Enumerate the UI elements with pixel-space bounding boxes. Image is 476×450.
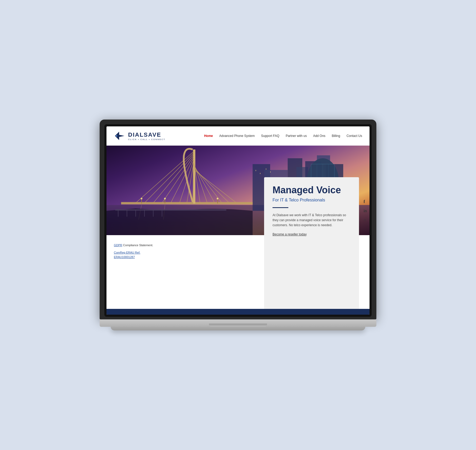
svg-rect-44 (270, 171, 271, 172)
instagram-icon[interactable]: ○ (364, 218, 367, 222)
nav-partner[interactable]: Partner with us (286, 134, 307, 138)
footer-bar (106, 309, 370, 315)
nav-support-faq[interactable]: Support FAQ (261, 134, 279, 138)
nav-links: Home Advanced Phone System Support FAQ P… (204, 134, 362, 138)
svg-point-38 (217, 198, 218, 200)
gdpr-link[interactable]: GDPR (114, 244, 122, 247)
hero-title: Managed Voice (273, 185, 351, 196)
svg-rect-43 (266, 169, 266, 170)
svg-point-1 (116, 135, 117, 137)
nav-contact[interactable]: Contact Us (347, 134, 362, 138)
navigation: DIALSAVE CLICK • CALL • CONNECT Home Adv… (106, 126, 370, 146)
website-layout: Managed Voice For IT & Telco Professiona… (106, 146, 370, 309)
laptop-lid: DIALSAVE CLICK • CALL • CONNECT Home Adv… (100, 120, 376, 319)
nav-addons[interactable]: Add Ons (313, 134, 326, 138)
screen-bezel: DIALSAVE CLICK • CALL • CONNECT Home Adv… (104, 124, 372, 317)
laptop: DIALSAVE CLICK • CALL • CONNECT Home Adv… (100, 120, 376, 330)
reseller-link[interactable]: Become a reseller today (273, 233, 307, 236)
svg-rect-42 (260, 173, 260, 174)
nav-advanced-phone[interactable]: Advanced Phone System (219, 134, 255, 138)
social-sidebar: f in ○ (364, 199, 367, 222)
logo-area: DIALSAVE CLICK • CALL • CONNECT (114, 130, 165, 142)
hero-subtitle: For IT & Telco Professionals (273, 198, 351, 202)
logo-icon (114, 130, 125, 142)
facebook-icon[interactable]: f (364, 199, 367, 204)
svg-rect-41 (256, 170, 256, 171)
hero-divider (273, 207, 288, 208)
laptop-screen: DIALSAVE CLICK • CALL • CONNECT Home Adv… (106, 126, 370, 315)
svg-rect-45 (115, 209, 226, 210)
hero-card: Managed Voice For IT & Telco Professiona… (264, 177, 359, 309)
scene: DIALSAVE CLICK • CALL • CONNECT Home Adv… (93, 120, 383, 330)
website: DIALSAVE CLICK • CALL • CONNECT Home Adv… (106, 126, 370, 315)
laptop-foot (111, 327, 365, 330)
logo-tagline: CLICK • CALL • CONNECT (128, 138, 165, 141)
nav-billing[interactable]: Billing (332, 134, 340, 138)
laptop-base (100, 319, 376, 327)
hero-body: At Dialsave we work with IT & Telco prof… (273, 213, 351, 228)
nav-home[interactable]: Home (204, 134, 213, 138)
laptop-hinge (209, 324, 267, 327)
logo-name: DIALSAVE (128, 131, 165, 138)
linkedin-icon[interactable]: in (364, 209, 367, 213)
logo-text-block: DIALSAVE CLICK • CALL • CONNECT (128, 131, 165, 141)
svg-point-34 (141, 198, 143, 200)
gdpr-compliance-text: Compliance Statement. (122, 244, 153, 247)
svg-point-36 (164, 198, 166, 200)
